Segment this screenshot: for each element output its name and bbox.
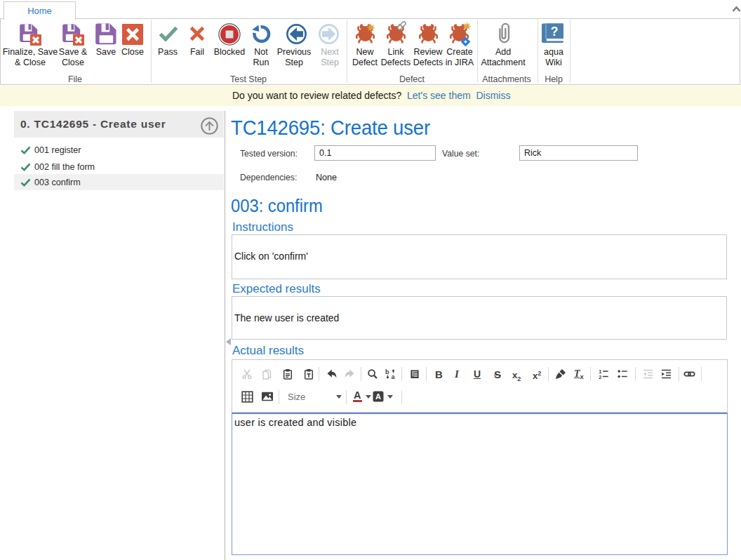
- svg-text:b: b: [385, 368, 389, 375]
- svg-text:a: a: [392, 373, 396, 380]
- svg-text:A: A: [375, 392, 381, 401]
- svg-text:?: ?: [551, 25, 559, 39]
- svg-text:2: 2: [599, 374, 601, 380]
